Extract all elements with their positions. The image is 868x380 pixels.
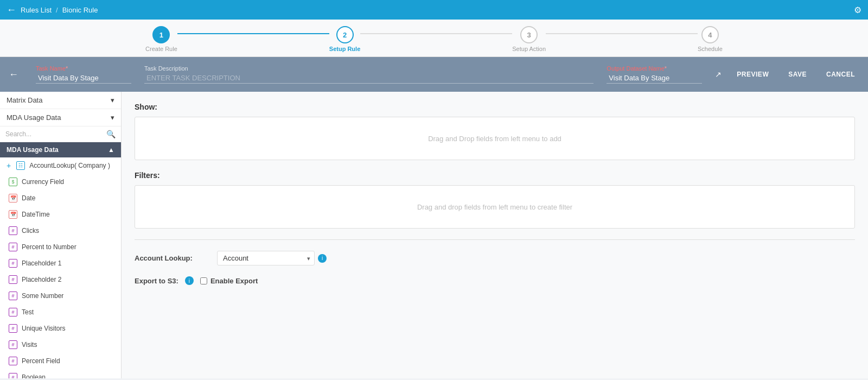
sidebar-item-percent-to-number-label: Percent to Number	[22, 243, 76, 251]
sidebar-search-bar: 🔍	[0, 126, 121, 142]
settings-icon[interactable]: ⚙	[854, 5, 861, 15]
sidebar-item-visits[interactable]: # Visits	[0, 337, 121, 353]
task-name-input[interactable]	[36, 73, 131, 84]
sidebar-dropdown-matrix-label: Matrix Data	[7, 96, 42, 104]
sidebar-group-label: MDA Usage Data	[7, 146, 59, 154]
task-description-label: Task Description	[144, 65, 593, 72]
output-dataset-label: Output Dataset Name*	[607, 65, 702, 72]
preview-button[interactable]: PREVIEW	[732, 68, 773, 80]
sidebar-item-percent-field-label: Percent Field	[22, 357, 60, 365]
breadcrumb-bionic-rule: Bionic Rule	[62, 6, 98, 14]
export-s3-row: Export to S3: i Enable Export	[135, 276, 855, 285]
wizard-step-3[interactable]: 3 Setup Action	[512, 26, 546, 52]
wizard-line-2-3	[360, 33, 512, 34]
sidebar-item-currency-icon: $	[9, 178, 17, 186]
sidebar-item-test-label: Test	[22, 308, 34, 316]
sidebar-item-unique-visitors[interactable]: # Unique Visitors	[0, 320, 121, 337]
breadcrumb-separator: /	[56, 6, 58, 14]
sidebar-item-clicks[interactable]: # Clicks	[0, 223, 121, 239]
breadcrumb: ← Rules List / Bionic Rule	[7, 4, 98, 16]
wizard: 1 Create Rule 2 Setup Rule 3 Setup Actio…	[0, 20, 868, 57]
sidebar-item-placeholder1[interactable]: # Placeholder 1	[0, 255, 121, 271]
sidebar-item-datetime[interactable]: 📅 DateTime	[0, 206, 121, 223]
wizard-step-2[interactable]: 2 Setup Rule	[329, 26, 360, 52]
sidebar-item-boolean-icon: #	[9, 373, 17, 378]
sidebar: Matrix Data ▾ MDA Usage Data ▾ 🔍 MDA Usa…	[0, 92, 122, 378]
back-button[interactable]: ←	[7, 4, 16, 16]
task-name-label: Task Name*	[36, 65, 131, 72]
account-lookup-label: Account Lookup:	[135, 254, 210, 262]
sidebar-item-currency-field[interactable]: $ Currency Field	[0, 174, 121, 190]
sidebar-item-test-icon: #	[9, 308, 17, 316]
wizard-step-label-1: Create Rule	[145, 46, 177, 52]
sidebar-item-table-icon: ☷	[16, 161, 25, 170]
sidebar-item-some-number-icon: #	[9, 292, 17, 300]
account-lookup-field-wrap: Account i	[217, 251, 327, 265]
top-nav: ← Rules List / Bionic Rule ⚙	[0, 0, 868, 20]
output-dataset-input[interactable]	[607, 73, 702, 84]
filters-drop-zone[interactable]: Drag and drop fields from left menu to c…	[135, 185, 855, 229]
wizard-step-label-4: Schedule	[698, 46, 723, 52]
sidebar-item-test[interactable]: # Test	[0, 304, 121, 320]
wizard-line-1-2	[177, 33, 329, 34]
save-button[interactable]: SAVE	[784, 68, 811, 80]
wizard-step-4[interactable]: 4 Schedule	[698, 26, 723, 52]
wizard-step-1[interactable]: 1 Create Rule	[145, 26, 177, 52]
sidebar-dropdown-matrix-data[interactable]: Matrix Data ▾	[0, 92, 121, 109]
sidebar-dropdown-mda-usage[interactable]: MDA Usage Data ▾	[0, 109, 121, 126]
show-drop-zone[interactable]: Drag and Drop fields from left menu to a…	[135, 117, 855, 160]
sidebar-item-some-number-label: Some Number	[22, 292, 63, 300]
account-lookup-info-icon[interactable]: i	[318, 254, 327, 263]
enable-export-checkbox[interactable]	[200, 277, 207, 284]
expand-icon[interactable]: ↗	[715, 70, 722, 79]
search-icon: 🔍	[106, 130, 116, 138]
task-description-field: Task Description	[144, 65, 593, 84]
sidebar-group-header: MDA Usage Data ▲	[0, 142, 121, 157]
task-description-input[interactable]	[144, 73, 593, 84]
wizard-step-label-2: Setup Rule	[329, 46, 360, 52]
sidebar-item-placeholder2-label: Placeholder 2	[22, 276, 61, 283]
sidebar-item-percent-to-number[interactable]: # Percent to Number	[0, 239, 121, 255]
sidebar-item-datetime-icon: 📅	[9, 210, 17, 219]
sidebar-item-visits-label: Visits	[22, 341, 37, 349]
filters-drop-zone-text: Drag and drop fields from left menu to c…	[417, 203, 572, 211]
enable-export-checkbox-label[interactable]: Enable Export	[200, 277, 258, 285]
sidebar-item-datetime-label: DateTime	[22, 211, 50, 218]
show-drop-zone-text: Drag and Drop fields from left menu to a…	[428, 135, 561, 143]
sidebar-item-visits-icon: #	[9, 340, 17, 349]
sidebar-dropdown-mda-label: MDA Usage Data	[7, 113, 61, 122]
export-s3-info-icon[interactable]: i	[185, 276, 194, 285]
sidebar-item-unique-visitors-icon: #	[9, 324, 17, 333]
sidebar-item-add-icon: +	[7, 161, 11, 170]
task-bar-back-button[interactable]: ←	[9, 69, 18, 80]
sidebar-item-boolean[interactable]: # Boolean	[0, 369, 121, 378]
sidebar-item-placeholder2[interactable]: # Placeholder 2	[0, 271, 121, 288]
sidebar-dropdown-matrix-icon: ▾	[111, 96, 114, 104]
task-bar: ← Task Name* Task Description Output Dat…	[0, 57, 868, 92]
wizard-step-circle-4: 4	[701, 26, 719, 43]
divider	[135, 239, 855, 240]
account-lookup-row: Account Lookup: Account i	[135, 251, 855, 265]
task-name-field: Task Name*	[36, 65, 131, 84]
sidebar-item-date[interactable]: 📅 Date	[0, 190, 121, 206]
sidebar-item-clicks-label: Clicks	[22, 227, 39, 235]
sidebar-item-percent-field[interactable]: # Percent Field	[0, 353, 121, 369]
sidebar-item-account-lookup[interactable]: + ☷ AccountLookup( Company )	[0, 157, 121, 174]
sidebar-collapse-icon[interactable]: ▲	[108, 146, 114, 154]
sidebar-item-placeholder1-icon: #	[9, 259, 17, 268]
main-layout: Matrix Data ▾ MDA Usage Data ▾ 🔍 MDA Usa…	[0, 92, 868, 378]
show-label: Show:	[135, 103, 855, 111]
sidebar-item-currency-label: Currency Field	[22, 178, 64, 186]
wizard-step-circle-1: 1	[152, 26, 170, 43]
sidebar-item-clicks-icon: #	[9, 226, 17, 235]
account-lookup-select-wrapper: Account	[217, 251, 315, 265]
sidebar-search-input[interactable]	[5, 130, 106, 138]
breadcrumb-rules-list[interactable]: Rules List	[21, 6, 52, 14]
sidebar-item-boolean-label: Boolean	[22, 373, 46, 378]
sidebar-item-some-number[interactable]: # Some Number	[0, 288, 121, 304]
account-lookup-select[interactable]: Account	[217, 251, 315, 265]
sidebar-item-unique-visitors-label: Unique Visitors	[22, 325, 65, 332]
cancel-button[interactable]: CANCEL	[822, 68, 859, 80]
sidebar-item-placeholder2-icon: #	[9, 275, 17, 284]
task-bar-actions: ↗ PREVIEW SAVE CANCEL	[715, 68, 859, 80]
